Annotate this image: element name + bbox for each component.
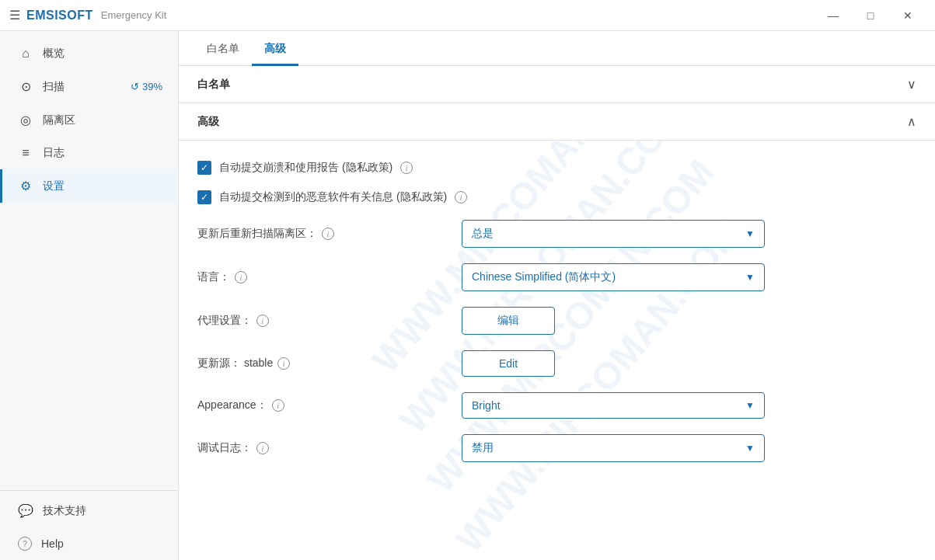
minimize-button[interactable]: — <box>815 3 851 28</box>
rescan-value: 总是 <box>472 227 494 241</box>
update-source-control: Edit <box>462 350 916 377</box>
malware-report-label: 自动提交检测到的恶意软件有关信息 (隐私政策) <box>219 190 447 204</box>
debug-log-label: 调试日志： i <box>197 441 462 455</box>
settings-icon: ⚙ <box>18 179 33 193</box>
language-info-icon[interactable]: i <box>235 271 247 283</box>
sidebar-bottom: 💬 技术支持 ? Help <box>0 490 178 560</box>
sidebar-label-scan: 扫描 <box>43 80 121 94</box>
home-icon: ⌂ <box>18 47 33 61</box>
quarantine-icon: ◎ <box>18 113 33 127</box>
appearance-row: Appearance： i Bright ▼ <box>197 384 916 426</box>
malware-report-info-icon[interactable]: i <box>455 191 467 203</box>
proxy-edit-button[interactable]: 编辑 <box>462 307 555 335</box>
crash-report-info-icon[interactable]: i <box>400 162 413 174</box>
rescan-dropdown-arrow: ▼ <box>745 228 755 239</box>
sidebar-label-support: 技术支持 <box>43 504 162 518</box>
crash-report-checkbox-wrap[interactable]: ✓ 自动提交崩溃和使用报告 (隐私政策) i <box>197 161 413 175</box>
proxy-row: 代理设置： i 编辑 <box>197 299 916 343</box>
whitelist-section-title: 白名单 <box>197 78 230 92</box>
app-layout: ⌂ 概览 ⊙ 扫描 ↺ 39% ◎ 隔离区 ≡ 日志 ⚙ 设置 💬 技术支持 ? <box>0 31 935 560</box>
settings-content: 白名单 ∨ 高级 ∧ ✓ 自动提交崩溃和使用报告 (隐私政策) i <box>179 66 935 560</box>
sidebar-label-logs: 日志 <box>43 146 162 160</box>
whitelist-section-header[interactable]: 白名单 ∨ <box>179 66 935 103</box>
debug-log-dropdown-arrow: ▼ <box>745 443 755 454</box>
sidebar-item-help[interactable]: ? Help <box>0 527 178 560</box>
update-source-info-icon[interactable]: i <box>277 357 290 370</box>
language-label: 语言： i <box>197 270 462 284</box>
scan-progress-badge: ↺ 39% <box>131 81 162 92</box>
appearance-dropdown-arrow: ▼ <box>745 400 755 411</box>
debug-log-control: 禁用 ▼ <box>462 434 916 462</box>
logo-area: ☰ EMSISOFT Emergency Kit <box>9 8 815 23</box>
support-icon: 💬 <box>18 503 33 518</box>
sidebar-label-overview: 概览 <box>43 47 162 61</box>
language-control: Chinese Simplified (简体中文) ▼ <box>462 263 916 291</box>
main-content: WWW.MIRCOMAN.COM WWW.MIRCOMAN.COM WWW.MI… <box>179 31 935 560</box>
advanced-section-header[interactable]: 高级 ∧ <box>179 103 935 141</box>
title-bar: ☰ EMSISOFT Emergency Kit — □ ✕ <box>0 0 935 31</box>
hamburger-icon[interactable]: ☰ <box>9 8 20 23</box>
sidebar: ⌂ 概览 ⊙ 扫描 ↺ 39% ◎ 隔离区 ≡ 日志 ⚙ 设置 💬 技术支持 ? <box>0 31 179 560</box>
sidebar-label-settings: 设置 <box>43 179 162 193</box>
scan-icon: ⊙ <box>18 79 33 94</box>
debug-log-value: 禁用 <box>472 441 494 455</box>
crash-report-checkbox[interactable]: ✓ <box>197 161 211 175</box>
tab-whitelist[interactable]: 白名单 <box>194 31 252 66</box>
language-dropdown[interactable]: Chinese Simplified (简体中文) ▼ <box>462 263 765 291</box>
language-value: Chinese Simplified (简体中文) <box>472 270 616 284</box>
sidebar-item-settings[interactable]: ⚙ 设置 <box>0 169 178 203</box>
sidebar-item-logs[interactable]: ≡ 日志 <box>0 137 178 169</box>
appearance-value: Bright <box>472 399 501 412</box>
app-logo: EMSISOFT <box>26 9 93 23</box>
rescan-dropdown[interactable]: 总是 ▼ <box>462 220 765 248</box>
debug-log-dropdown[interactable]: 禁用 ▼ <box>462 434 765 462</box>
advanced-section-title: 高级 <box>197 115 219 129</box>
advanced-toggle-icon: ∧ <box>907 114 916 129</box>
sidebar-item-overview[interactable]: ⌂ 概览 <box>0 37 178 70</box>
sidebar-item-scan[interactable]: ⊙ 扫描 ↺ 39% <box>0 70 178 103</box>
update-source-edit-button[interactable]: Edit <box>462 350 555 377</box>
sidebar-item-support[interactable]: 💬 技术支持 <box>0 494 178 527</box>
close-button[interactable]: ✕ <box>890 3 926 28</box>
maximize-button[interactable]: □ <box>853 3 888 28</box>
proxy-control: 编辑 <box>462 307 916 335</box>
whitelist-toggle-icon: ∨ <box>907 77 916 92</box>
help-icon: ? <box>18 537 32 551</box>
appearance-control: Bright ▼ <box>462 392 916 419</box>
proxy-info-icon[interactable]: i <box>256 315 269 327</box>
sidebar-label-quarantine: 隔离区 <box>43 113 162 127</box>
tab-bar: 白名单 高级 <box>179 31 935 66</box>
logs-icon: ≡ <box>18 146 33 160</box>
rescan-control: 总是 ▼ <box>462 220 916 248</box>
rescan-info-icon[interactable]: i <box>322 228 334 240</box>
debug-log-info-icon[interactable]: i <box>256 442 269 454</box>
language-row: 语言： i Chinese Simplified (简体中文) ▼ <box>197 256 916 299</box>
update-source-label: 更新源： stable i <box>197 357 462 370</box>
proxy-label: 代理设置： i <box>197 314 462 328</box>
rescan-label: 更新后重新扫描隔离区： i <box>197 227 462 241</box>
sidebar-label-help: Help <box>41 537 162 550</box>
debug-log-row: 调试日志： i 禁用 ▼ <box>197 426 916 470</box>
malware-report-row: ✓ 自动提交检测到的恶意软件有关信息 (隐私政策) i <box>197 183 916 212</box>
rescan-row: 更新后重新扫描隔离区： i 总是 ▼ <box>197 212 916 256</box>
sidebar-item-quarantine[interactable]: ◎ 隔离区 <box>0 103 178 137</box>
app-subtitle: Emergency Kit <box>101 9 167 21</box>
language-dropdown-arrow: ▼ <box>745 272 755 283</box>
update-source-row: 更新源： stable i Edit <box>197 343 916 384</box>
crash-report-label: 自动提交崩溃和使用报告 (隐私政策) <box>219 161 392 175</box>
appearance-label: Appearance： i <box>197 398 462 412</box>
malware-report-checkbox[interactable]: ✓ <box>197 190 211 204</box>
advanced-settings-body: ✓ 自动提交崩溃和使用报告 (隐私政策) i ✓ 自动提交检测到的恶意软件有关信… <box>179 141 935 482</box>
appearance-dropdown[interactable]: Bright ▼ <box>462 392 765 419</box>
tab-advanced[interactable]: 高级 <box>252 31 298 66</box>
malware-report-checkbox-wrap[interactable]: ✓ 自动提交检测到的恶意软件有关信息 (隐私政策) i <box>197 190 467 204</box>
window-controls: — □ ✕ <box>815 3 926 28</box>
crash-report-row: ✓ 自动提交崩溃和使用报告 (隐私政策) i <box>197 153 916 183</box>
appearance-info-icon[interactable]: i <box>272 399 284 412</box>
